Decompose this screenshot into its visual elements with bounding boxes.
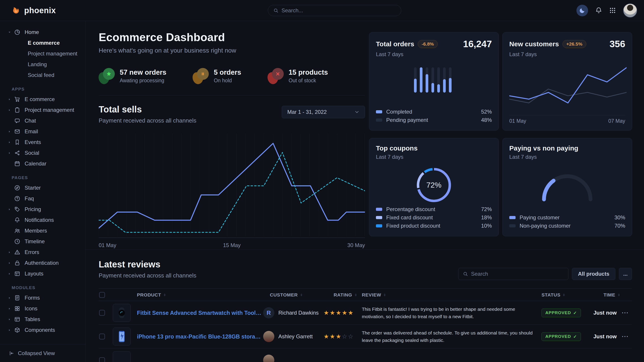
table-row: iPhone 13 pro max-Pacific Blue-128GB sto… — [99, 325, 632, 348]
sidebar-item-events[interactable]: Events — [0, 137, 86, 148]
column-header-label: STATUS — [542, 292, 560, 298]
sidebar-item-label: Authentication — [24, 260, 59, 266]
reviews-search-input[interactable] — [471, 271, 564, 277]
legend-row: Paying customer30% — [509, 213, 625, 222]
top-coupons-donut-chart: 72% — [410, 165, 458, 205]
sidebar-item-tables[interactable]: Tables — [0, 314, 86, 325]
all-products-button[interactable]: All products — [572, 268, 615, 280]
latest-reviews-section: Latest reviews Payment received across a… — [99, 259, 632, 362]
sidebar-item-label: Tables — [24, 316, 40, 323]
sidebar-item-chat[interactable]: Chat — [0, 115, 86, 126]
product-link[interactable]: Fitbit Sense Advanced Smartwatch with To… — [137, 310, 261, 316]
sidebar-item-notifications[interactable]: Notifications — [0, 215, 86, 225]
sidebar-item-label: Faq — [24, 195, 34, 202]
date-range-select[interactable]: Mar 1 - 31, 2022 — [282, 106, 365, 118]
rating-stars: ★★★★★ — [324, 309, 354, 316]
sidebar-item-social[interactable]: Social — [0, 148, 86, 158]
sidebar-item-components[interactable]: Components — [0, 325, 86, 335]
user-avatar[interactable] — [623, 3, 637, 18]
product-link[interactable]: iPhone 13 pro max-Pacific Blue-128GB sto… — [137, 333, 261, 340]
total-orders-bar-chart — [413, 67, 455, 93]
stat-57-new-orders: 57 new ordersAwating processing — [99, 68, 166, 84]
legend-swatch — [376, 216, 382, 219]
sidebar-item-e-commerce[interactable]: E commerce — [0, 37, 86, 48]
new-customers-line-chart — [509, 64, 626, 110]
apps-grid-button[interactable] — [609, 7, 616, 14]
global-search-input[interactable] — [282, 7, 396, 14]
status-cell: APPROVED✓ — [542, 325, 581, 348]
sidebar-item-home[interactable]: Home — [0, 27, 86, 37]
product-image-cell — [113, 325, 131, 348]
column-header-product[interactable]: PRODUCT — [137, 289, 166, 301]
stat-text: 15 productsOut of stock — [289, 68, 328, 84]
top-coupons-card: Top coupons Last 7 days 72% Percentage d… — [369, 138, 499, 236]
sidebar-item-project-management[interactable]: Project management — [0, 48, 86, 59]
card-title: Top coupons — [376, 144, 418, 152]
legend-label: Fixed card discount — [386, 214, 433, 221]
sidebar-item-e-commerce[interactable]: E commerce — [0, 94, 86, 105]
lock-icon — [14, 260, 20, 266]
box-icon — [14, 327, 20, 333]
sidebar-item-label: Project management — [24, 107, 74, 113]
dashboard-header-section: Ecommerce Dashboard Here's what's going … — [99, 31, 365, 248]
sidebar: HomeE commerceProject managementLandingS… — [0, 21, 86, 362]
brand-logo[interactable]: phoenix — [12, 6, 56, 15]
row-more-button[interactable]: ··· — [622, 310, 629, 316]
customer-cell: RRichard Dawkins — [263, 301, 319, 325]
notifications-button[interactable] — [595, 7, 602, 14]
sidebar-item-members[interactable]: Members — [0, 225, 86, 236]
stat-circle — [272, 68, 284, 80]
compass-icon — [14, 185, 20, 191]
legend-label: Paying customer — [520, 214, 560, 221]
customer-cell — [263, 348, 274, 362]
sidebar-item-social-feed[interactable]: Social feed — [0, 70, 86, 80]
row-checkbox[interactable] — [99, 357, 105, 362]
caret-icon — [8, 109, 14, 112]
sidebar-item-pricing[interactable]: Pricing — [0, 204, 86, 215]
product-cell: Fitbit Sense Advanced Smartwatch with To… — [137, 301, 261, 325]
rating-stars: ★★★☆☆ — [324, 333, 354, 340]
sidebar-item-label: Social — [24, 150, 39, 156]
sidebar-item-label: Notifications — [24, 217, 54, 223]
theme-toggle-button[interactable] — [576, 5, 588, 16]
select-all-checkbox[interactable] — [99, 292, 105, 298]
global-search[interactable] — [268, 5, 401, 16]
sidebar-item-authentication[interactable]: Authentication — [0, 258, 86, 268]
sidebar-item-landing[interactable]: Landing — [0, 59, 86, 70]
sidebar-item-faq[interactable]: Faq — [0, 193, 86, 204]
row-more-button[interactable]: ··· — [622, 333, 629, 340]
sidebar-item-timeline[interactable]: Timeline — [0, 236, 86, 247]
legend-label: Fixed product discount — [386, 223, 440, 229]
reviews-more-button[interactable]: ... — [619, 268, 632, 280]
row-checkbox[interactable] — [99, 334, 105, 340]
collapsed-view-toggle[interactable]: Collapsed View — [0, 344, 86, 362]
reviews-search[interactable] — [458, 268, 568, 280]
pause-icon — [200, 71, 206, 77]
sidebar-item-starter[interactable]: Starter — [0, 182, 86, 193]
column-header-customer[interactable]: CUSTOMER — [270, 289, 303, 301]
sidebar-item-project-management[interactable]: Project management — [0, 105, 86, 115]
svg-text:72%: 72% — [426, 181, 442, 189]
review-cell: The order was delivered ahead of schedul… — [362, 325, 539, 348]
card-value: 356 — [610, 39, 625, 49]
sidebar-item-errors[interactable]: Errors — [0, 247, 86, 258]
sidebar-item-forms[interactable]: Forms — [0, 293, 86, 303]
column-header-time[interactable]: TIME — [604, 289, 620, 301]
sidebar-item-layouts[interactable]: Layouts — [0, 268, 86, 279]
column-header-status[interactable]: STATUS — [542, 289, 566, 301]
page-subtitle: Here's what's going on at your business … — [99, 47, 365, 54]
sidebar-item-icons[interactable]: Icons — [0, 303, 86, 314]
column-header-rating[interactable]: RATING — [334, 289, 357, 301]
sidebar-item-email[interactable]: Email — [0, 126, 86, 137]
column-header-review[interactable]: REVIEW — [362, 289, 386, 301]
row-checkbox[interactable] — [99, 310, 105, 316]
total-orders-legend: Completed52%Pending payment48% — [376, 107, 492, 124]
time-cell: Just now — [594, 301, 617, 325]
sidebar-item-label: Components — [24, 327, 55, 333]
product-image — [113, 351, 131, 362]
stat-15-products: 15 productsOut of stock — [268, 68, 328, 84]
axis-line — [509, 115, 625, 115]
sidebar-item-calendar[interactable]: Calendar — [0, 158, 86, 169]
bookmark-icon — [14, 139, 20, 145]
sidebar-item-label: Forms — [24, 295, 40, 301]
